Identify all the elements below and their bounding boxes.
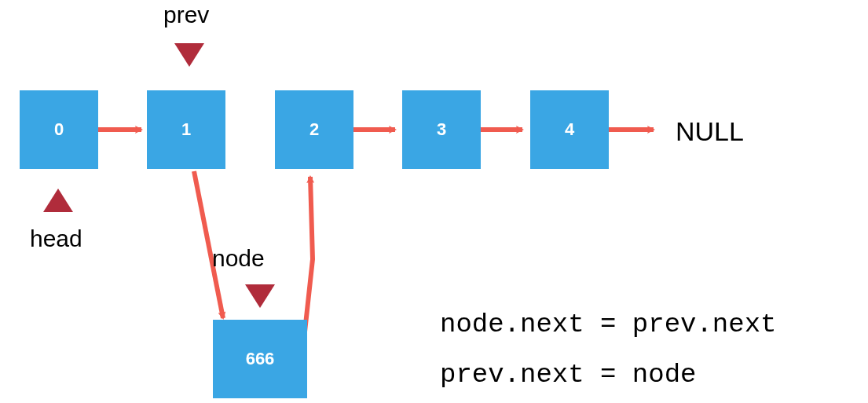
- node-label: node: [212, 245, 265, 272]
- list-node: 2: [275, 90, 353, 169]
- node-pointer-icon: [245, 284, 275, 308]
- list-node: 0: [20, 90, 98, 169]
- code-line-1: node.next = prev.next: [440, 310, 776, 339]
- list-node: 1: [147, 90, 225, 169]
- list-node: 4: [530, 90, 609, 169]
- node-value: 666: [246, 349, 275, 369]
- node-value: 3: [437, 119, 446, 140]
- linked-list-diagram: prev 0 1 2 3 4 NULL head node 666 node.n…: [0, 0, 868, 403]
- prev-pointer-icon: [174, 43, 204, 67]
- null-label: NULL: [676, 116, 744, 147]
- node-value: 2: [309, 119, 319, 140]
- node-value: 0: [54, 119, 64, 140]
- prev-label: prev: [163, 2, 209, 28]
- head-label: head: [30, 225, 82, 252]
- code-line-2: prev.next = node: [440, 360, 696, 390]
- insert-node: 666: [213, 320, 307, 398]
- node-value: 1: [181, 119, 191, 140]
- arrows-layer: [0, 0, 868, 403]
- head-pointer-icon: [43, 189, 73, 212]
- node-value: 4: [565, 119, 574, 140]
- list-node: 3: [402, 90, 481, 169]
